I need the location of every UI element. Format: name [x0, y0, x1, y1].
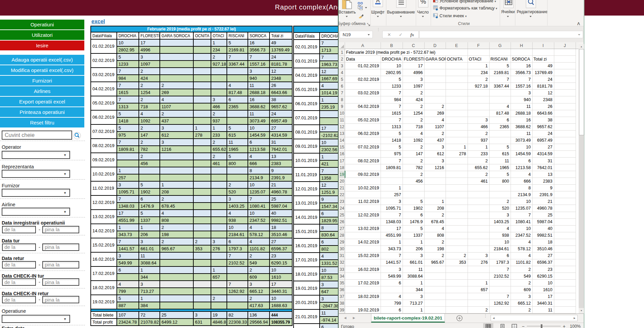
svg-text:А: А	[376, 0, 380, 3]
svg-text:%: %	[421, 0, 426, 5]
